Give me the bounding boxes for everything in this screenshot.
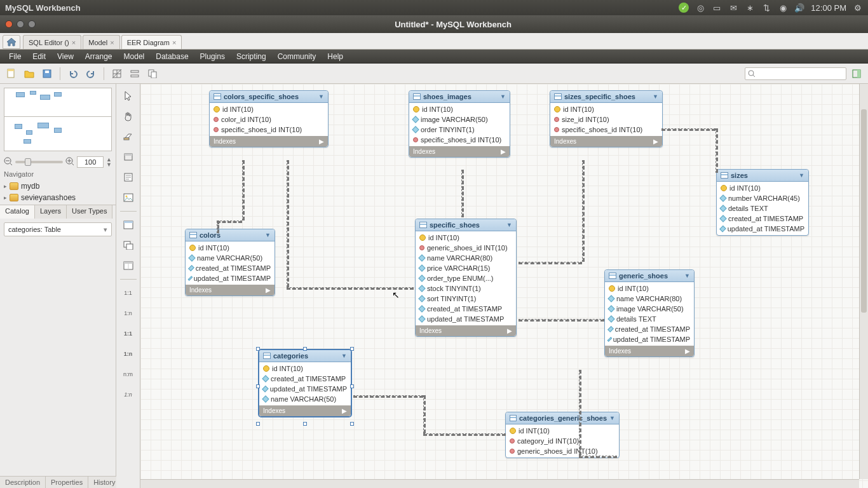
column[interactable]: id INT(10) (416, 233, 516, 243)
redo-button[interactable] (83, 66, 98, 81)
entity-specific_shoes[interactable]: specific_shoes▼id INT(10)generic_shoes_i… (415, 219, 517, 337)
selection-handle[interactable] (256, 347, 260, 351)
new-file-button[interactable] (4, 66, 19, 81)
column[interactable]: generic_shoes_id INT(10) (506, 446, 619, 456)
rel-1-1-id-tool[interactable]: 1:1 (119, 325, 137, 342)
expand-indexes-icon[interactable]: ▶ (342, 407, 347, 414)
column[interactable]: id INT(10) (259, 363, 351, 374)
indexes-section[interactable]: Indexes▶ (416, 325, 516, 336)
column[interactable]: name VARCHAR(80) (605, 294, 694, 304)
expand-indexes-icon[interactable]: ▶ (266, 287, 271, 294)
selection-handle[interactable] (350, 347, 354, 351)
close-tab-icon[interactable]: × (172, 39, 176, 46)
column[interactable]: created_at TIMESTAMP (259, 374, 351, 384)
entity-header[interactable]: shoes_images▼ (409, 91, 510, 103)
new-view-tool[interactable] (119, 237, 137, 254)
bottom-tab-description[interactable]: Description (0, 477, 46, 488)
relationship-line[interactable] (287, 287, 414, 290)
rel-1-1-tool[interactable]: 1:1 (119, 285, 137, 301)
doc-tab[interactable]: EER Diagram× (121, 35, 182, 49)
sidebar-tab-catalog[interactable]: Catalog (0, 205, 35, 219)
rel-1-n-tool[interactable]: 1:n (119, 305, 137, 322)
column[interactable]: created_at TIMESTAMP (605, 324, 694, 334)
column[interactable]: id INT(10) (186, 243, 275, 253)
column[interactable]: id INT(10) (506, 426, 619, 436)
new-routine-group-tool[interactable] (119, 257, 137, 274)
image-tool[interactable] (119, 189, 137, 206)
indexes-section[interactable]: Indexes▶ (210, 136, 328, 147)
entity-colors[interactable]: colors▼id INT(10)name VARCHAR(50)created… (185, 229, 275, 296)
collapse-icon[interactable]: ▼ (341, 353, 347, 359)
relationship-line[interactable] (423, 433, 506, 436)
display-icon[interactable]: ▭ (712, 3, 722, 13)
column[interactable]: color_id INT(10) (210, 114, 328, 125)
column[interactable]: order_type ENUM(...) (416, 273, 516, 283)
rel-n-m-tool[interactable]: n:m (119, 366, 137, 383)
relationship-line[interactable] (519, 319, 604, 322)
menu-scripting[interactable]: Scripting (231, 51, 271, 62)
close-window-button[interactable] (5, 20, 13, 28)
indexes-section[interactable]: Indexes▶ (186, 285, 275, 295)
eraser-tool[interactable] (119, 128, 137, 145)
relationship-line[interactable] (579, 456, 617, 458)
menu-database[interactable]: Database (151, 51, 193, 62)
column[interactable]: details TEXT (717, 203, 808, 214)
horizontal-scrollbar[interactable] (140, 479, 859, 488)
object-selector[interactable]: categories: Table ▾ (4, 222, 112, 236)
search-box[interactable] (745, 67, 846, 80)
column[interactable]: id INT(10) (550, 104, 662, 114)
collapse-icon[interactable]: ▼ (506, 222, 512, 228)
entity-categories[interactable]: categories▼id INT(10)created_at TIMESTAM… (259, 349, 351, 417)
selection-handle[interactable] (303, 422, 307, 426)
zoom-out-icon[interactable] (4, 157, 13, 168)
entity-sizes_specific_shoes[interactable]: sizes_specific_shoes▼id INT(10)size_id I… (550, 90, 663, 147)
column[interactable]: image VARCHAR(50) (605, 304, 694, 314)
column[interactable]: updated_at TIMESTAMP (717, 224, 808, 234)
menu-edit[interactable]: Edit (27, 51, 51, 62)
align-button[interactable] (127, 66, 142, 81)
relationship-line[interactable] (661, 128, 715, 131)
column[interactable]: updated_at TIMESTAMP (259, 384, 351, 394)
maximize-window-button[interactable] (28, 20, 36, 28)
column[interactable]: id INT(10) (409, 104, 510, 114)
column[interactable]: specific_shoes_id INT(10) (550, 125, 662, 135)
selection-handle[interactable] (303, 347, 307, 351)
expand-panel-button[interactable] (849, 66, 864, 81)
column[interactable]: size_id INT(10) (550, 114, 662, 125)
power-icon[interactable]: ⚙ (853, 3, 863, 13)
open-file-button[interactable] (22, 66, 37, 81)
relationship-line[interactable] (579, 370, 581, 456)
relationship-line[interactable] (242, 160, 245, 220)
entity-header[interactable]: colors▼ (186, 229, 275, 241)
sidebar-tab-user-types[interactable]: User Types (67, 205, 112, 219)
rel-existing-tool[interactable]: 1:n (119, 386, 137, 403)
entity-sizes[interactable]: sizes▼id INT(10)number VARCHAR(45)detail… (716, 169, 809, 236)
entity-categories_generic_shoes[interactable]: categories_generic_shoes▼id INT(10)categ… (505, 412, 620, 458)
collapse-icon[interactable]: ▼ (609, 415, 615, 421)
schema-tree-item[interactable]: ▸sevieyanashoes (0, 192, 116, 203)
menu-view[interactable]: View (52, 51, 79, 62)
column[interactable]: updated_at TIMESTAMP (416, 314, 516, 324)
column[interactable]: price VARCHAR(15) (416, 263, 516, 273)
entity-generic_shoes[interactable]: generic_shoes▼id INT(10)name VARCHAR(80)… (604, 269, 695, 357)
hand-tool[interactable] (119, 108, 137, 125)
minimize-window-button[interactable] (17, 20, 24, 28)
sidebar-tab-layers[interactable]: Layers (35, 205, 67, 219)
relationship-line[interactable] (582, 160, 585, 262)
column[interactable]: stock TINYINT(1) (416, 283, 516, 294)
column[interactable]: generic_shoes_id INT(10) (416, 243, 516, 253)
vertical-scrollbar[interactable] (859, 84, 868, 479)
relationship-line[interactable] (423, 395, 426, 433)
column[interactable]: created_at TIMESTAMP (186, 263, 275, 273)
column[interactable]: updated_at TIMESTAMP (605, 334, 694, 344)
new-table-tool[interactable] (119, 217, 137, 233)
bottom-tab-properties[interactable]: Properties (46, 477, 88, 488)
pointer-tool[interactable] (119, 88, 137, 104)
column[interactable]: specific_shoes_id INT(10) (210, 125, 328, 135)
selection-handle[interactable] (350, 384, 354, 388)
relationship-line[interactable] (287, 160, 289, 287)
bluetooth-icon[interactable]: ∗ (745, 3, 755, 13)
clock[interactable]: 12:00 PM (811, 3, 846, 13)
zoom-stepper-icon[interactable]: ▲▼ (106, 157, 112, 167)
zoom-slider[interactable] (15, 161, 63, 163)
